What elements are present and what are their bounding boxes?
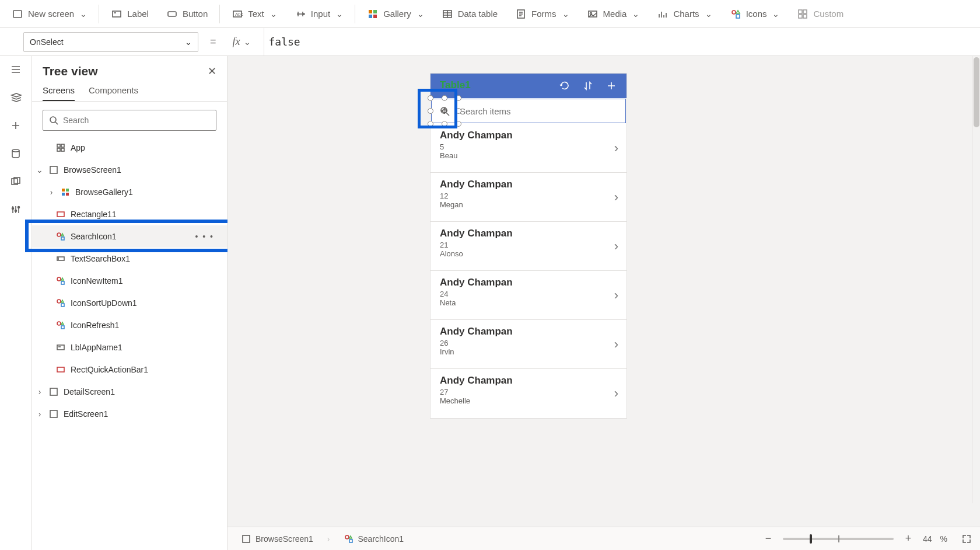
tree-view-title: Tree view (43, 64, 98, 78)
tab-screens[interactable]: Screens (43, 85, 75, 101)
chevron-right-icon[interactable]: › (614, 190, 618, 205)
gallery-row[interactable]: Andy Champan 27 Mechelle › (430, 369, 626, 418)
tree-node-iconsortupdown1[interactable]: IconSortUpDown1 (32, 292, 227, 314)
zoom-in-button[interactable]: + (902, 532, 915, 545)
text-icon: Abc (232, 8, 243, 20)
hamburger-icon[interactable] (9, 63, 22, 76)
tree-node-app[interactable]: App (32, 137, 227, 159)
tree-node-rectangle11[interactable]: Rectangle11 (32, 203, 227, 225)
gallery-menu[interactable]: Gallery (359, 4, 432, 25)
tree-node-browsescreen[interactable]: ⌄ BrowseScreen1 (32, 159, 227, 181)
row-caption: Mechelle (440, 396, 617, 405)
chevron-right-icon[interactable]: › (614, 386, 618, 401)
svg-point-24 (15, 210, 17, 212)
media-rail-button[interactable] (9, 175, 22, 188)
tree-label: TextSearchBox1 (71, 254, 130, 263)
tab-components[interactable]: Components (89, 85, 138, 101)
fit-to-window-icon[interactable] (961, 534, 972, 544)
tree-node-textsearchbox1[interactable]: TextSearchBox1 (32, 248, 227, 270)
svg-point-26 (50, 117, 56, 123)
expand-icon[interactable]: › (36, 409, 44, 419)
tree-node-editscreen1[interactable]: › EditScreen1 (32, 403, 227, 425)
gallery-row[interactable]: Andy Champan 5 Beau › (430, 124, 626, 173)
plus-icon[interactable] (606, 80, 617, 92)
chevron-right-icon[interactable]: › (614, 239, 618, 254)
tree-node-iconrefresh1[interactable]: IconRefresh1 (32, 314, 227, 336)
gallery-row[interactable]: Andy Champan 24 Neta › (430, 271, 626, 320)
search-items-input[interactable] (457, 106, 625, 116)
data-rail-button[interactable] (9, 147, 22, 160)
tree-node-rectquickactionbar1[interactable]: RectQuickActionBar1 (32, 358, 227, 381)
search-icon-control[interactable]: ✥ (432, 99, 457, 123)
more-options-button[interactable]: • • • (195, 232, 214, 241)
tree-body: App ⌄ BrowseScreen1 › BrowseGallery1 Rec… (32, 137, 227, 550)
tree-search-input[interactable] (63, 116, 210, 125)
breadcrumb-screen[interactable]: BrowseScreen1 (236, 532, 319, 546)
collapse-icon[interactable]: ⌄ (36, 165, 44, 175)
svg-rect-8 (369, 15, 372, 18)
forms-menu[interactable]: Forms (507, 4, 578, 25)
label-button[interactable]: Label (103, 4, 157, 25)
insert-ribbon: New screen Label Button Abc Text Input G… (0, 0, 980, 28)
refresh-icon[interactable] (559, 80, 570, 92)
zoom-value: 44 (923, 534, 932, 544)
tree-view-rail-button[interactable] (9, 91, 22, 104)
gallery-label: Gallery (383, 9, 411, 19)
tree-node-detailscreen1[interactable]: › DetailScreen1 (32, 381, 227, 403)
forms-label: Forms (531, 9, 556, 19)
charts-menu[interactable]: Charts (649, 4, 720, 25)
svg-point-37 (57, 233, 61, 236)
tree-label: LblAppName1 (71, 343, 123, 352)
canvas[interactable]: Table1 ✥ (228, 56, 980, 527)
gallery-row[interactable]: Andy Champan 12 Megan › (430, 173, 626, 222)
tree-node-browsegallery[interactable]: › BrowseGallery1 (32, 181, 227, 203)
close-icon[interactable]: ✕ (208, 65, 216, 78)
insert-rail-button[interactable] (9, 119, 22, 132)
screen-icon (12, 8, 23, 20)
row-caption: Beau (440, 151, 617, 160)
data-table-button[interactable]: Data table (433, 4, 506, 25)
zoom-slider[interactable] (783, 538, 894, 540)
zoom-out-button[interactable]: − (762, 532, 775, 545)
new-screen-label: New screen (28, 9, 74, 19)
breadcrumb-element[interactable]: SearchIcon1 (338, 532, 410, 546)
chevron-right-icon[interactable]: › (614, 337, 618, 352)
fx-expand-button[interactable]: fx ⌄ (228, 36, 256, 48)
text-menu[interactable]: Abc Text (223, 4, 285, 25)
formula-input[interactable] (264, 28, 980, 55)
tree-node-iconnewitem1[interactable]: IconNewItem1 (32, 270, 227, 292)
phone-preview[interactable]: Table1 ✥ (430, 74, 626, 418)
gallery-row[interactable]: Andy Champan 26 Irvin › (430, 320, 626, 369)
svg-rect-36 (57, 212, 64, 217)
chevron-right-icon[interactable]: › (614, 288, 618, 303)
custom-menu[interactable]: Custom (789, 4, 852, 25)
gallery[interactable]: Andy Champan 5 Beau › Andy Champan 12 Me… (430, 124, 626, 418)
gallery-row[interactable]: Andy Champan 21 Alonso › (430, 222, 626, 271)
tree-search[interactable] (43, 110, 216, 131)
media-menu[interactable]: Media (579, 4, 648, 25)
svg-rect-9 (373, 15, 377, 18)
tree-node-lblappname1[interactable]: LblAppName1 (32, 336, 227, 358)
expand-icon[interactable]: › (47, 187, 55, 197)
data-table-label: Data table (458, 9, 498, 19)
button-button[interactable]: Button (158, 4, 216, 25)
svg-rect-43 (61, 304, 64, 307)
property-selector[interactable]: OnSelect ⌄ (23, 32, 198, 52)
tree-node-searchicon1[interactable]: SearchIcon1 • • • (32, 225, 227, 248)
sort-icon[interactable] (582, 80, 594, 92)
zoom-unit: % (940, 534, 947, 544)
table-icon (442, 8, 453, 20)
advanced-rail-button[interactable] (9, 203, 22, 216)
svg-rect-27 (57, 144, 60, 147)
expand-icon[interactable]: › (36, 387, 44, 396)
vertical-scrollbar[interactable] (972, 56, 980, 503)
chevron-down-icon: ⌄ (185, 37, 192, 47)
svg-point-20 (12, 149, 19, 152)
svg-rect-35 (66, 193, 69, 196)
new-screen-button[interactable]: New screen (4, 4, 95, 25)
input-menu[interactable]: Input (286, 4, 351, 25)
chevron-right-icon[interactable]: › (614, 141, 618, 156)
icons-menu[interactable]: Icons (722, 4, 788, 25)
row-title: Andy Champan (440, 375, 617, 387)
chevron-down-icon: ⌄ (244, 37, 251, 47)
